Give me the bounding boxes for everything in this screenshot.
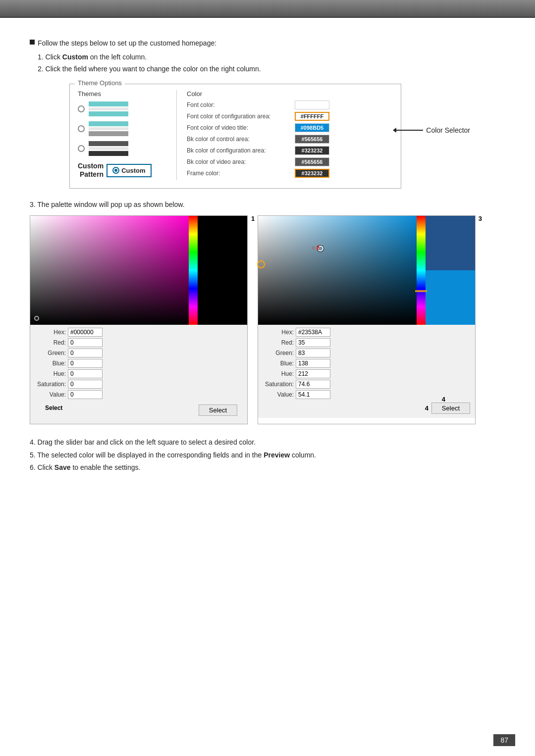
instruction-step1: 1. Click Custom on the left column.	[38, 51, 505, 63]
red-input-left[interactable]	[68, 338, 103, 347]
theme-bar-2-1	[89, 121, 128, 126]
custom-radio-dot	[112, 167, 119, 174]
field-label-hex-left: Hex:	[35, 329, 66, 336]
field-row-blue-right: Blue:	[263, 359, 470, 368]
radio-1[interactable]	[78, 105, 85, 112]
custom-button[interactable]: Custom	[107, 164, 151, 177]
field-label-green-left: Green:	[35, 350, 66, 356]
annotation-3: 3	[479, 215, 482, 222]
field-row-hue-right: Hue:	[263, 369, 470, 378]
color-label-1: Font color of configuration area:	[187, 113, 291, 120]
field-row-blue-left: Blue:	[35, 359, 242, 368]
bullet-icon	[30, 40, 35, 45]
color-row-6: Frame color: #323232	[187, 169, 393, 178]
color-swatch-4[interactable]: #323232	[295, 146, 329, 155]
field-label-sat-left: Saturation:	[35, 381, 66, 388]
theme-item-2	[78, 121, 168, 136]
blue-input-left[interactable]	[68, 359, 103, 368]
annotation-4: 4	[442, 396, 445, 403]
color-label-2: Font color of video title:	[187, 124, 291, 131]
green-input-left[interactable]	[68, 349, 103, 357]
radio-2[interactable]	[78, 125, 85, 132]
color-row-3: Bk color of control area: #565656	[187, 135, 393, 144]
color-gradient-right[interactable]: ○ 2	[258, 216, 417, 325]
palette-fields-right: Hex: Red: Green: Blue: Hue:	[258, 325, 475, 418]
hue-input-right[interactable]	[296, 369, 330, 378]
themes-column: Themes	[78, 90, 177, 180]
color-selector-label: Color Selector	[426, 126, 470, 134]
color-row-5: Bk color of video area: #565656	[187, 157, 393, 166]
color-label-4: Bk color of configuration area:	[187, 147, 291, 154]
hue-slider-right[interactable]	[417, 216, 426, 325]
hue-input-left[interactable]	[68, 369, 103, 378]
select-button-left[interactable]: Select	[199, 404, 237, 416]
themes-col-title: Themes	[78, 90, 168, 98]
sat-input-right[interactable]	[296, 380, 330, 389]
color-swatch-6[interactable]: #323232	[295, 169, 329, 178]
field-label-hue-right: Hue:	[263, 370, 294, 377]
custom-pattern-row: CustomPattern Custom	[78, 162, 168, 179]
theme-options-title: Theme Options	[75, 79, 125, 87]
arrow-line	[393, 130, 423, 131]
hue-slider-left[interactable]	[189, 216, 198, 325]
color-label-0: Font color:	[187, 101, 291, 108]
val-input-left[interactable]	[68, 390, 103, 399]
color-row-0: Font color:	[187, 101, 393, 109]
field-row-sat-right: Saturation:	[263, 380, 470, 389]
color-swatch-1[interactable]: #FFFFFF	[295, 112, 329, 121]
field-label-hex-right: Hex:	[263, 329, 294, 336]
theme-bar-1-2	[89, 107, 128, 110]
color-swatch-3[interactable]: #565656	[295, 135, 329, 144]
color-label-3: Bk color of control area:	[187, 136, 291, 143]
color-row-1: Font color of configuration area: #FFFFF…	[187, 112, 393, 121]
color-label-5: Bk color of video area:	[187, 158, 291, 165]
field-label-sat-right: Saturation:	[263, 381, 294, 388]
step6: 6. Click Save to enable the settings.	[30, 461, 505, 474]
field-row-hue-left: Hue:	[35, 369, 242, 378]
radio-3[interactable]	[78, 145, 85, 152]
theme-preview-1	[89, 101, 128, 116]
preview-bottom-left	[198, 270, 247, 325]
green-input-right[interactable]	[296, 349, 330, 357]
step3-title: 3. The palette window will pop up as sho…	[30, 201, 505, 208]
blue-input-right[interactable]	[296, 359, 330, 368]
preview-top-right	[426, 216, 475, 270]
color-gradient-left[interactable]	[30, 216, 189, 325]
select-button-right[interactable]: Select	[431, 403, 470, 414]
step4: 4. Drag the slider bar and click on the …	[30, 436, 505, 449]
color-column: Color Font color: Font color of configur…	[177, 90, 393, 180]
hue-marker-right	[415, 290, 427, 292]
theme-bar-3-2	[89, 147, 128, 150]
color-swatch-0[interactable]	[295, 101, 329, 109]
theme-options-wrapper: Theme Options Themes	[69, 84, 505, 189]
select-row-left: Select Select	[35, 403, 242, 420]
page-content: Follow the steps below to set up the cus…	[0, 18, 535, 504]
theme-bar-2-3	[89, 131, 128, 136]
hex-input-right[interactable]	[296, 328, 330, 337]
val-input-right[interactable]	[296, 390, 330, 399]
theme-bar-3-1	[89, 141, 128, 146]
palette-fields-left: Hex: Red: Green: Blue: Hue:	[30, 325, 247, 424]
theme-preview-3	[89, 141, 128, 156]
select-row-right: 4 Select	[263, 403, 470, 414]
field-row-val-right: Value:	[263, 390, 470, 399]
color-swatch-5[interactable]: #565656	[295, 157, 329, 166]
steps-456: 4. Drag the slider bar and click on the …	[30, 436, 505, 474]
color-swatch-2[interactable]: #098BD5	[295, 123, 329, 132]
arrow-head	[393, 128, 396, 133]
sat-input-left[interactable]	[68, 380, 103, 389]
field-label-val-left: Value:	[35, 391, 66, 398]
hex-input-left[interactable]	[68, 328, 103, 337]
crosshair-left	[34, 316, 39, 321]
color-selector-annotation: Color Selector	[393, 126, 470, 134]
annotation-o2: ○ 2	[312, 245, 320, 251]
custom-btn-label: Custom	[121, 167, 145, 174]
preview-top-left	[198, 216, 247, 270]
preview-swatch-left	[198, 216, 247, 325]
field-label-green-right: Green:	[263, 350, 294, 356]
red-input-right[interactable]	[296, 338, 330, 347]
theme-bar-1-1	[89, 101, 128, 106]
field-row-red-left: Red:	[35, 338, 242, 347]
field-row-green-left: Green:	[35, 349, 242, 357]
top-bar	[0, 0, 535, 18]
